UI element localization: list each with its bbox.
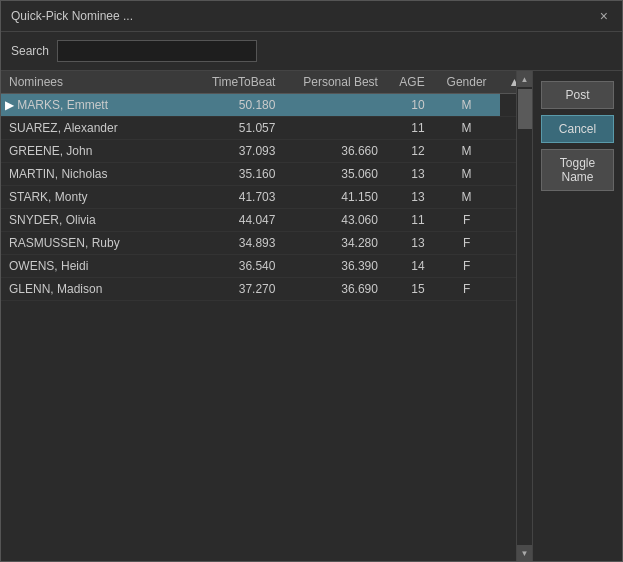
table-row[interactable]: ▶ MARKS, Emmett50.18010M	[1, 94, 532, 117]
table-wrapper: Nominees TimeToBeat Personal Best AGE Ge…	[1, 71, 532, 561]
table-cell: 41.703	[193, 186, 283, 209]
table-cell: M	[433, 117, 501, 140]
table-row[interactable]: OWENS, Heidi36.54036.39014F	[1, 255, 532, 278]
table-cell: 34.893	[193, 232, 283, 255]
table-cell: 13	[386, 232, 433, 255]
scroll-up-button[interactable]: ▲	[517, 71, 533, 87]
col-header-age: AGE	[386, 71, 433, 94]
table-cell: F	[433, 209, 501, 232]
post-button[interactable]: Post	[541, 81, 614, 109]
scroll-down-button[interactable]: ▼	[517, 545, 533, 561]
search-input[interactable]	[57, 40, 257, 62]
table-cell: 43.060	[283, 209, 386, 232]
table-cell: 14	[386, 255, 433, 278]
table-cell: 13	[386, 163, 433, 186]
close-button[interactable]: ×	[596, 9, 612, 23]
table-cell: RASMUSSEN, Ruby	[1, 232, 193, 255]
title-bar: Quick-Pick Nominee ... ×	[1, 1, 622, 32]
side-buttons-panel: Post Cancel Toggle Name	[532, 71, 622, 561]
table-cell: 41.150	[283, 186, 386, 209]
table-cell: 12	[386, 140, 433, 163]
row-selected-indicator: ▶	[5, 98, 17, 112]
table-cell: 35.060	[283, 163, 386, 186]
table-cell: 35.160	[193, 163, 283, 186]
table-cell: 37.093	[193, 140, 283, 163]
table-cell: F	[433, 278, 501, 301]
table-cell: 36.690	[283, 278, 386, 301]
table-cell: 13	[386, 186, 433, 209]
table-cell	[283, 117, 386, 140]
col-header-personalbest: Personal Best	[283, 71, 386, 94]
quick-pick-dialog: Quick-Pick Nominee ... × Search Nominees…	[0, 0, 623, 562]
table-row[interactable]: GREENE, John37.09336.66012M	[1, 140, 532, 163]
table-cell: 44.047	[193, 209, 283, 232]
table-row[interactable]: SUAREZ, Alexander51.05711M	[1, 117, 532, 140]
table-cell: M	[433, 163, 501, 186]
table-row[interactable]: STARK, Monty41.70341.15013M	[1, 186, 532, 209]
table-cell: 11	[386, 209, 433, 232]
table-cell: 36.660	[283, 140, 386, 163]
table-body: ▶ MARKS, Emmett50.18010MSUAREZ, Alexande…	[1, 94, 532, 301]
table-cell	[283, 94, 386, 117]
table-cell: 37.270	[193, 278, 283, 301]
table-row[interactable]: RASMUSSEN, Ruby34.89334.28013F	[1, 232, 532, 255]
table-cell: 36.390	[283, 255, 386, 278]
content-area: Nominees TimeToBeat Personal Best AGE Ge…	[1, 71, 622, 561]
table-cell: SUAREZ, Alexander	[1, 117, 193, 140]
table-row[interactable]: MARTIN, Nicholas35.16035.06013M	[1, 163, 532, 186]
search-bar: Search	[1, 32, 622, 71]
dialog-title: Quick-Pick Nominee ...	[11, 9, 133, 23]
table-cell: MARTIN, Nicholas	[1, 163, 193, 186]
table-cell: GLENN, Madison	[1, 278, 193, 301]
toggle-name-button[interactable]: Toggle Name	[541, 149, 614, 191]
scroll-track: ▲ ▼	[516, 71, 532, 561]
col-header-timetobeat: TimeToBeat	[193, 71, 283, 94]
nominees-table: Nominees TimeToBeat Personal Best AGE Ge…	[1, 71, 532, 301]
table-cell: SNYDER, Olivia	[1, 209, 193, 232]
table-row[interactable]: GLENN, Madison37.27036.69015F	[1, 278, 532, 301]
table-cell: M	[433, 186, 501, 209]
table-cell: 15	[386, 278, 433, 301]
table-cell: M	[433, 140, 501, 163]
table-cell: M	[433, 94, 501, 117]
scroll-thumb[interactable]	[518, 89, 532, 129]
table-cell: STARK, Monty	[1, 186, 193, 209]
table-cell: 50.180	[193, 94, 283, 117]
table-cell: 51.057	[193, 117, 283, 140]
table-container: Nominees TimeToBeat Personal Best AGE Ge…	[1, 71, 532, 561]
table-cell: OWENS, Heidi	[1, 255, 193, 278]
table-cell: 11	[386, 117, 433, 140]
table-cell: F	[433, 232, 501, 255]
table-row[interactable]: SNYDER, Olivia44.04743.06011F	[1, 209, 532, 232]
table-cell: F	[433, 255, 501, 278]
col-header-gender: Gender	[433, 71, 501, 94]
table-cell: 36.540	[193, 255, 283, 278]
table-cell: ▶ MARKS, Emmett	[1, 94, 193, 117]
table-cell: 34.280	[283, 232, 386, 255]
table-cell: GREENE, John	[1, 140, 193, 163]
table-header-row: Nominees TimeToBeat Personal Best AGE Ge…	[1, 71, 532, 94]
cancel-button[interactable]: Cancel	[541, 115, 614, 143]
search-label: Search	[11, 44, 49, 58]
col-header-nominees: Nominees	[1, 71, 193, 94]
table-cell: 10	[386, 94, 433, 117]
